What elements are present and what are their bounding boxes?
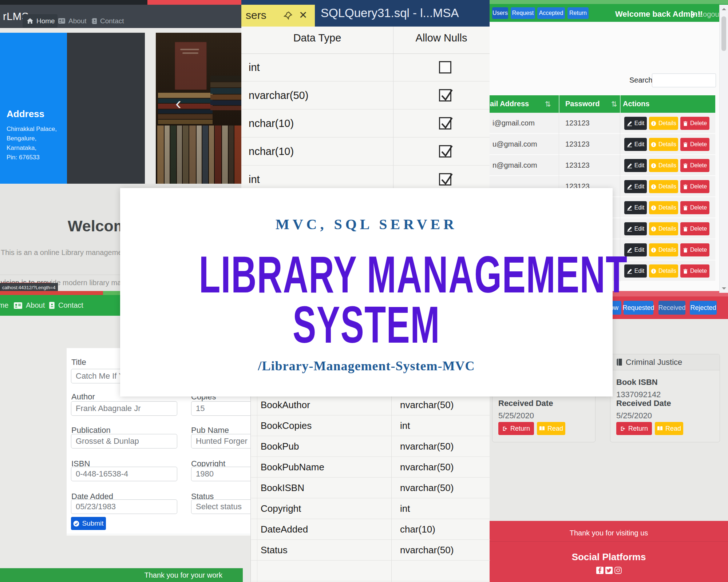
delete-button[interactable]: Delete — [680, 138, 709, 151]
delete-button[interactable]: Delete — [680, 201, 709, 214]
delete-button[interactable]: Delete — [680, 180, 709, 193]
welcome-paragraph: This is an a online Library management — [1, 248, 128, 257]
top-red-strip — [147, 0, 241, 5]
read-label: Read — [547, 425, 563, 432]
book-isbn-label: Book ISBN — [616, 378, 658, 387]
edit-button[interactable]: Edit — [624, 222, 647, 235]
screenshot-root: rLMS Home About Contact Address Chirrakk… — [0, 0, 728, 582]
green-nav-contact-label: Contact — [58, 301, 83, 310]
scrollbar-down-arrow[interactable] — [722, 287, 726, 290]
return-button[interactable]: Return — [616, 422, 652, 435]
logout-icon — [688, 11, 696, 18]
close-icon[interactable]: ✕ — [299, 9, 307, 21]
received-date-label: Received Date — [616, 399, 671, 408]
edit-label: Edit — [634, 226, 645, 232]
footer-divider — [490, 541, 728, 542]
data-type-cell: char(10) — [400, 519, 435, 540]
edit-button[interactable]: Edit — [624, 243, 647, 256]
admin-nav-return-button[interactable]: Return — [567, 7, 589, 19]
delete-button[interactable]: Delete — [680, 243, 709, 256]
scrollbar[interactable] — [719, 5, 728, 293]
read-label: Read — [665, 425, 681, 432]
submit-button[interactable]: Submit — [71, 517, 106, 530]
edit-button[interactable]: Edit — [624, 201, 647, 214]
details-button[interactable]: Details — [649, 243, 678, 256]
sql-column-row — [251, 561, 490, 581]
details-button[interactable]: Details — [649, 222, 678, 235]
green-nav-home[interactable]: Home — [0, 295, 8, 316]
delete-button[interactable]: Delete — [680, 159, 709, 172]
loading-bar-red — [0, 291, 103, 295]
twitter-icon[interactable] — [605, 567, 613, 574]
sql-column-row: BookCopiesint — [251, 415, 490, 436]
edit-button[interactable]: Edit — [624, 264, 647, 278]
edit-button[interactable]: Edit — [624, 180, 647, 193]
nav-item-home[interactable]: Home — [23, 14, 58, 28]
green-nav-contact[interactable]: Contact — [48, 295, 83, 316]
admin-nav-request-button[interactable]: Request — [511, 7, 535, 19]
received-date-label: Received Date — [498, 399, 553, 408]
edit-button[interactable]: Edit — [624, 117, 647, 130]
details-button[interactable]: Details — [649, 138, 678, 151]
allow-nulls-checkbox[interactable] — [439, 145, 451, 158]
social-icons-row — [490, 567, 728, 574]
green-nav-about[interactable]: About — [14, 295, 45, 316]
allow-nulls-checkbox[interactable] — [439, 173, 451, 186]
admin-nav-accepted-button[interactable]: Accepted — [537, 7, 565, 19]
password-column-header[interactable]: Password — [565, 100, 600, 108]
date-added-input[interactable] — [71, 499, 177, 514]
home-icon — [27, 18, 33, 24]
details-button[interactable]: Details — [649, 201, 678, 214]
edit-button[interactable]: Edit — [624, 138, 647, 151]
column-name-cell: Copyright — [261, 498, 301, 519]
facebook-icon[interactable] — [596, 567, 604, 574]
details-label: Details — [658, 226, 676, 232]
scrollbar-thumb[interactable] — [721, 16, 726, 51]
carousel-prev-arrow[interactable]: ‹ — [175, 95, 181, 112]
details-button[interactable]: Details — [649, 117, 678, 130]
admin-nav-users-button[interactable]: Users — [492, 7, 508, 19]
data-type-cell: nvarchar(50) — [400, 457, 454, 478]
logout-link[interactable]: Logout — [699, 10, 721, 19]
read-button[interactable]: Read — [655, 422, 683, 435]
open-book-icon — [657, 426, 663, 431]
email-column-header[interactable]: Email Address — [490, 100, 529, 108]
details-button[interactable]: Details — [649, 159, 678, 172]
allow-nulls-checkbox[interactable] — [439, 117, 451, 129]
rejected-button[interactable]: Rejected — [690, 301, 717, 315]
nav-about-label: About — [68, 17, 87, 25]
instagram-icon[interactable] — [614, 567, 622, 574]
sql-column-row: nchar(10) — [241, 109, 490, 137]
nav-item-about[interactable]: About — [58, 14, 87, 28]
photo-overlay — [156, 33, 243, 187]
allow-nulls-checkbox[interactable] — [439, 61, 451, 73]
delete-label: Delete — [690, 183, 707, 190]
sort-icon[interactable]: ⇅ — [611, 100, 617, 108]
data-type-cell: nvarchar(50) — [400, 540, 454, 561]
ssms-active-tab[interactable]: sers ✕ — [241, 5, 315, 27]
user-table-row: n@gmail.com123123EditDetailsDelete — [490, 155, 715, 176]
sort-icon[interactable]: ⇅ — [545, 100, 551, 108]
received-button[interactable]: Received — [658, 301, 685, 315]
search-input[interactable] — [652, 73, 716, 87]
hero-title-line2: SYSTEM — [199, 299, 534, 350]
return-button[interactable]: Return — [498, 422, 534, 435]
details-button[interactable]: Details — [649, 180, 678, 193]
delete-button[interactable]: Delete — [680, 222, 709, 235]
edit-button[interactable]: Edit — [624, 159, 647, 172]
isbn-input[interactable] — [71, 467, 177, 481]
pin-icon[interactable] — [284, 11, 292, 20]
delete-button[interactable]: Delete — [680, 264, 709, 278]
address-line: Chirrakkal Palace, — [7, 124, 57, 134]
delete-button[interactable]: Delete — [680, 117, 709, 130]
author-input[interactable] — [71, 401, 177, 416]
actions-column-header: Actions — [623, 100, 649, 108]
requested-button[interactable]: Requested — [624, 301, 653, 315]
read-button[interactable]: Read — [537, 422, 565, 435]
allow-nulls-checkbox[interactable] — [439, 89, 451, 101]
sql-column-row: BookAuthornvarchar(50) — [251, 395, 490, 415]
details-button[interactable]: Details — [649, 264, 678, 278]
nav-item-contact[interactable]: Contact — [92, 14, 124, 28]
publication-input[interactable] — [71, 434, 177, 449]
scrollbar-up-arrow[interactable] — [722, 8, 726, 10]
